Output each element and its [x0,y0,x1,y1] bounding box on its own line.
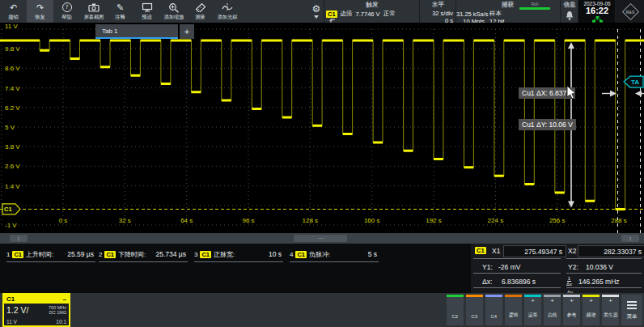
measurement-result-2[interactable]: 2C1下降时间:25.734 µs [99,247,188,262]
svg-text:7.4 V: 7.4 V [5,85,20,92]
dock-button-逻辑[interactable]: 逻辑 [505,295,522,325]
svg-text:256 s: 256 s [549,217,566,224]
trigger-source-badge: C1 [326,11,337,18]
oscilloscope-ui: ↶撤销↷恢复?帮助屏幕截图✎注释预设添加缩放测量添加光标 ⚙ 触发 C1 边沿 … [0,0,644,327]
svg-text:9.8 V: 9.8 V [5,45,20,53]
redo-icon: ↷ [36,2,44,13]
camera-icon [88,2,100,13]
cursor-dx-label: Δx: [482,278,492,286]
trigger-status-panel[interactable]: 触发 C1 边沿 7.7746 V 正常 [324,0,420,23]
measurement-value: 25.59 µs [67,250,95,258]
brand-logo: R&S [615,0,644,23]
svg-text:192 s: 192 s [426,217,442,224]
channel-color-bar [485,295,502,297]
channel-c1-badge[interactable]: C1 – 1.2 V/ 700 MHz DC 1MΩ 11 V 10:1 [2,293,70,327]
dock-button-参考[interactable]: +参考 [563,295,580,325]
svg-text:TA: TA [631,79,639,86]
trigger-level-marker[interactable]: TA [624,76,643,87]
cursor-dx-value: 6.836896 s [502,278,536,286]
splitter-collapse-left-button[interactable]: ↕ [10,235,28,242]
svg-text:11 V: 11 V [5,23,19,30]
help-icon: ? [62,2,72,13]
dock-button-C3[interactable]: C3 [466,295,483,325]
cursor-x1-label: X1 [492,247,500,255]
measurement-value: 5 s [368,250,379,258]
acquisition-status-panel[interactable]: 捕获 Roll 31.25 kSa/s 样本 10 Mpts 12 bit [455,0,561,23]
cursor-x1-value-box[interactable]: 275.49347 s [503,245,566,257]
measurement-result-4[interactable]: 4C1负脉冲:5 s [290,247,379,262]
toolbar: ↶撤销↷恢复?帮助屏幕截图✎注释预设添加缩放测量添加光标 [0,0,256,23]
horizontal-title: 水平 [420,1,456,9]
measurement-source-badge: C1 [295,251,307,258]
cursor-x2-value-box[interactable]: 282.33037 s [578,245,644,257]
cursor-y2-value: 10.036 V [586,263,613,271]
channel-c1-name: C1 [6,295,15,303]
channel-c1-scale: 1.2 V/ [6,305,28,315]
datetime-panel: 2023-09-06 16:22 [578,0,616,23]
svg-text:3.8 V: 3.8 V [5,143,20,151]
add-zoom-icon [168,2,180,13]
add-cursor-icon [222,2,233,13]
gear-icon: ⚙ [312,4,321,14]
cursor-y1-value: -26 mV [498,263,520,271]
bell-icon [565,11,574,21]
cursor-y1-label: Y1: [482,263,493,271]
svg-text:6.2 V: 6.2 V [5,104,20,112]
toolbar-button-add-cursor[interactable]: 添加光标 [214,0,240,23]
toolbar-button-help[interactable]: ?帮助 [53,0,80,23]
rohde-schwarz-logo-icon: R&S [621,2,638,19]
horizontal-scale: 32 s/div [432,10,453,17]
svg-text:-1 V: -1 V [5,222,17,229]
roll-progress-bar [519,7,550,10]
channel-c1-probe: 10:1 [56,319,66,325]
dock-button-C2[interactable]: C2 [447,295,464,325]
dock-button-运算[interactable]: +运算 [524,295,541,325]
cursor-inv-dx-fraction: 1 Δx [566,276,572,287]
dock-button-发生器[interactable]: +发生器 [602,295,619,325]
measurement-value: 10 s [269,250,283,258]
measurement-source-badge: C1 [200,251,211,258]
minimize-icon[interactable]: – [63,295,66,303]
measurement-label: 上升时间: [26,250,53,259]
dock-button-频谱[interactable]: +频谱 [583,295,600,325]
toolbar-button-undo[interactable]: ↶撤销 [0,0,27,23]
info-title: 信息 [561,1,578,9]
svg-text:224 s: 224 s [488,217,504,224]
roll-label: Roll [519,2,550,6]
toolbar-button-redo[interactable]: ↷恢复 [27,0,53,23]
add-tab-button[interactable]: + [180,24,194,39]
toolbar-button-camera[interactable]: 屏幕截图 [80,0,107,23]
measurement-label: 负脉冲: [309,250,330,259]
annotate-icon: ✎ [117,2,124,13]
measurement-result-1[interactable]: 1C1上升时间:25.59 µs [6,247,95,262]
channel-c1-marker[interactable]: C1 [2,204,20,214]
splitter-drag-handle[interactable]: ⋯ [294,235,347,242]
horizontal-status-panel[interactable]: 水平 32 s/div 0 s [419,0,456,23]
dock-button-总线[interactable]: +总线 [544,295,561,325]
toolbar-button-measure[interactable]: 测量 [187,0,214,23]
toolbar-button-add-zoom[interactable]: 添加缩放 [160,0,187,23]
channel-c1-offset: 11 V [6,319,17,325]
bottom-dock: C1 – 1.2 V/ 700 MHz DC 1MΩ 11 V 10:1 C2C… [0,293,644,327]
measurement-label: 正脉宽: [214,250,235,259]
trigger-title: 触发 [324,1,420,9]
cursor-inv-dx-value: 146.265 mHz [578,278,620,286]
hamburger-menu-icon [627,299,637,311]
toolbar-button-annotate[interactable]: ✎注释 [107,0,133,23]
splitter-collapse-right-button[interactable]: ↕ [621,235,639,242]
plot-splitter-bar: ↕ ⋯ ↕ [0,233,644,244]
channel-color-bar [505,295,522,297]
tab-tab1[interactable]: Tab 1 [95,24,178,39]
svg-text:2.6 V: 2.6 V [5,163,20,170]
info-panel[interactable]: 信息 [560,0,578,23]
cursor-source-badge: C1 [475,247,486,254]
mouse-pointer-icon [566,86,579,100]
settings-gear-button[interactable]: ⚙ [308,0,324,23]
measurement-result-3[interactable]: 3C1正脉宽:10 s [194,247,283,262]
roll-mode-indicator: Roll [519,2,550,10]
menu-button[interactable]: 菜单 [621,295,642,325]
dock-button-C4[interactable]: C4 [485,295,502,325]
toolbar-button-preset[interactable]: 预设 [133,0,160,23]
svg-text:C1: C1 [4,206,12,213]
cursor-x2-label: X2 [568,247,576,255]
